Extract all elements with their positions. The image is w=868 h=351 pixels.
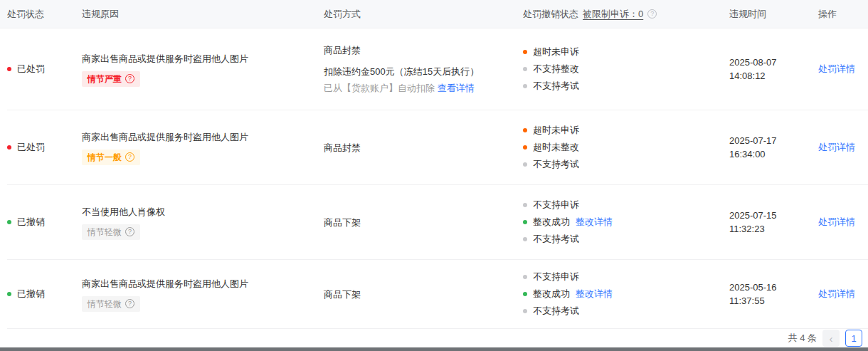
violation-reason-cell: 商家出售商品或提供服务时盗用他人图片 情节一般 ?: [82, 130, 324, 165]
help-icon[interactable]: ?: [125, 152, 134, 162]
penalty-details-link[interactable]: 处罚详情: [818, 216, 855, 227]
revocation-dot: [523, 145, 527, 150]
table-header-row: 处罚状态 违规原因 处罚方式 处罚撤销状态 被限制申诉：0 ? 违规时间 操作: [0, 0, 868, 28]
revocation-item: 超时未申诉: [523, 123, 719, 137]
page-1-button[interactable]: 1: [845, 330, 862, 347]
revocation-item: 超时未申诉: [523, 45, 719, 59]
operation-cell: 处罚详情: [818, 63, 868, 75]
violation-date: 2025-05-16: [729, 281, 808, 294]
status-dot: [7, 220, 11, 224]
revocation-item: 不支持考试: [523, 157, 719, 172]
severity-badge: 情节一般 ?: [82, 150, 140, 165]
severity-label: 情节严重: [88, 72, 122, 86]
severity-badge: 情节轻微 ?: [82, 224, 140, 240]
revocation-item: 整改成功 整改详情: [523, 215, 719, 229]
col-header-label: 违规原因: [82, 8, 119, 21]
revocation-dot: [523, 237, 527, 241]
rectify-details-link[interactable]: 整改详情: [576, 287, 613, 301]
violation-clock: 16:34:00: [729, 147, 808, 161]
penalty-status-label: 已撤销: [17, 216, 45, 229]
severity-badge: 情节轻微 ?: [82, 296, 140, 312]
penalty-status-cell: 已处罚: [7, 63, 82, 75]
col-header-label: 处罚方式: [324, 8, 361, 21]
revocation-label: 不支持考试: [533, 232, 579, 246]
col-header-label: 违规时间: [729, 8, 766, 21]
clipped-bottom-edge: [0, 347, 868, 351]
revocation-dot: [523, 50, 527, 54]
penalty-records-table: 处罚状态 违规原因 处罚方式 处罚撤销状态 被限制申诉：0 ? 违规时间 操作 …: [0, 0, 868, 347]
violation-reason-cell: 商家出售商品或提供服务时盗用他人图片 情节轻微 ?: [82, 277, 324, 312]
status-dot: [7, 292, 11, 296]
penalty-details-link[interactable]: 处罚详情: [818, 142, 855, 152]
violation-reason-text: 不当使用他人肖像权: [82, 205, 314, 219]
col-header-operation: 操作: [818, 8, 868, 21]
violation-clock: 11:32:23: [729, 222, 808, 236]
penalty-method-cell: 商品封禁: [324, 141, 523, 154]
operation-cell: 处罚详情: [818, 216, 868, 229]
revocation-dot: [523, 275, 527, 279]
penalty-method-line: 商品下架: [324, 216, 513, 229]
revocation-dot: [523, 128, 527, 132]
severity-label: 情节轻微: [88, 297, 122, 311]
violation-date: 2025-08-07: [729, 56, 808, 69]
prev-page-button[interactable]: ‹: [822, 330, 840, 347]
revocation-label: 超时未申诉: [533, 123, 579, 137]
chevron-left-icon: ‹: [830, 332, 833, 345]
severity-label: 情节一般: [88, 150, 122, 164]
status-dot: [7, 145, 11, 150]
revocation-status-cell: 不支持申诉 整改成功 整改详情 不支持考试: [523, 195, 729, 249]
violation-clock: 14:08:12: [729, 69, 808, 83]
operation-cell: 处罚详情: [818, 288, 868, 300]
penalty-method-cell: 商品封禁 扣除违约金500元（冻结15天后执行） 已从【货款账户】自动扣除 查看…: [324, 43, 523, 95]
violation-time-cell: 2025-08-07 14:08:12: [729, 56, 818, 83]
operation-cell: 处罚详情: [818, 141, 868, 154]
view-details-link[interactable]: 查看详情: [438, 83, 475, 93]
status-dot: [7, 67, 11, 71]
revocation-label: 不支持考试: [533, 79, 579, 93]
penalty-method-cell: 商品下架: [324, 288, 523, 301]
revocation-item: 不支持申诉: [523, 198, 719, 212]
table-row: 已撤销 商家出售商品或提供服务时盗用他人图片 情节轻微 ? 商品下架 不支持申诉…: [7, 260, 868, 329]
violation-clock: 11:37:55: [729, 294, 808, 308]
penalty-status-label: 已处罚: [17, 141, 45, 154]
penalty-details-link[interactable]: 处罚详情: [818, 288, 855, 299]
col-header-label: 操作: [818, 8, 837, 21]
rectify-details-link[interactable]: 整改详情: [576, 215, 613, 229]
total-count: 共 4 条: [788, 332, 817, 345]
revocation-status-cell: 超时未申诉 不支持整改 不支持考试: [523, 42, 729, 96]
table-row: 已撤销 不当使用他人肖像权 情节轻微 ? 商品下架 不支持申诉 整改成功 整改详…: [7, 185, 868, 260]
violation-reason-text: 商家出售商品或提供服务时盗用他人图片: [82, 52, 314, 66]
col-header-label: 处罚状态: [7, 8, 44, 21]
help-icon[interactable]: ?: [125, 227, 134, 236]
violation-reason-text: 商家出售商品或提供服务时盗用他人图片: [82, 277, 314, 290]
help-icon[interactable]: ?: [125, 299, 134, 308]
table-row: 已处罚 商家出售商品或提供服务时盗用他人图片 情节严重 ? 商品封禁 扣除违约金…: [7, 28, 868, 110]
penalty-status-cell: 已撤销: [7, 288, 82, 300]
help-icon[interactable]: ?: [125, 74, 134, 83]
revocation-status-cell: 不支持申诉 整改成功 整改详情 不支持考试: [523, 267, 729, 321]
revocation-dot: [523, 292, 527, 296]
violation-date: 2025-07-17: [729, 134, 808, 147]
revocation-label: 不支持申诉: [533, 270, 579, 284]
revocation-dot: [523, 309, 527, 313]
revocation-label: 不支持申诉: [533, 198, 579, 212]
revocation-label: 不支持考试: [533, 304, 579, 318]
penalty-method-line: 商品封禁: [324, 141, 513, 154]
revocation-dot: [523, 84, 527, 88]
severity-badge: 情节严重 ?: [82, 71, 140, 87]
violation-reason-text: 商家出售商品或提供服务时盗用他人图片: [82, 130, 314, 144]
restricted-appeal-link[interactable]: 被限制申诉：0: [583, 8, 643, 21]
col-header-revocation-status: 处罚撤销状态 被限制申诉：0 ?: [523, 8, 729, 21]
penalty-details-link[interactable]: 处罚详情: [818, 63, 855, 74]
violation-time-cell: 2025-07-17 16:34:00: [729, 134, 818, 161]
revocation-item: 不支持整改: [523, 62, 719, 76]
deduction-note: 已从【货款账户】自动扣除: [324, 83, 435, 93]
revocation-item: 不支持考试: [523, 232, 719, 246]
revocation-item: 不支持考试: [523, 79, 719, 93]
penalty-method-line: 扣除违约金500元（冻结15天后执行）: [324, 65, 513, 78]
revocation-item: 不支持申诉: [523, 270, 719, 284]
col-header-penalty-method: 处罚方式: [324, 8, 523, 21]
penalty-status-label: 已撤销: [17, 288, 45, 300]
help-icon[interactable]: ?: [647, 9, 657, 19]
revocation-label: 不支持考试: [533, 157, 579, 172]
